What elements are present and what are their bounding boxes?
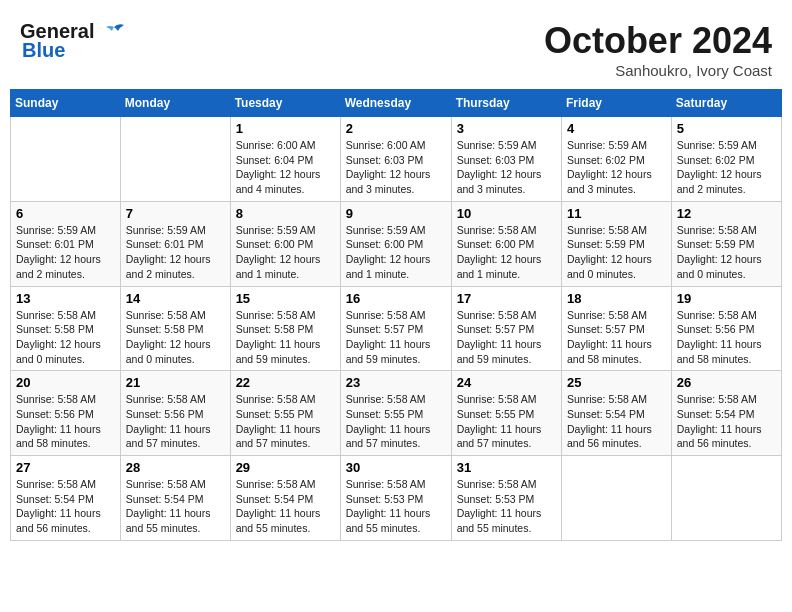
day-detail: Sunrise: 5:58 AM Sunset: 5:55 PM Dayligh… bbox=[346, 392, 446, 451]
col-monday: Monday bbox=[120, 90, 230, 117]
day-number: 18 bbox=[567, 291, 666, 306]
sunset-text: Sunset: 5:58 PM bbox=[126, 322, 225, 337]
sunrise-text: Sunrise: 5:59 AM bbox=[567, 138, 666, 153]
col-sunday: Sunday bbox=[11, 90, 121, 117]
day-number: 1 bbox=[236, 121, 335, 136]
day-detail: Sunrise: 5:59 AM Sunset: 6:03 PM Dayligh… bbox=[457, 138, 556, 197]
day-detail: Sunrise: 5:58 AM Sunset: 5:56 PM Dayligh… bbox=[16, 392, 115, 451]
sunset-text: Sunset: 5:58 PM bbox=[16, 322, 115, 337]
day-number: 7 bbox=[126, 206, 225, 221]
logo: General Blue bbox=[20, 20, 128, 62]
daylight-text: Daylight: 12 hours and 0 minutes. bbox=[567, 252, 666, 281]
day-detail: Sunrise: 5:59 AM Sunset: 6:02 PM Dayligh… bbox=[677, 138, 776, 197]
table-row: 17 Sunrise: 5:58 AM Sunset: 5:57 PM Dayl… bbox=[451, 286, 561, 371]
table-row bbox=[671, 456, 781, 541]
sunrise-text: Sunrise: 6:00 AM bbox=[236, 138, 335, 153]
daylight-text: Daylight: 12 hours and 1 minute. bbox=[346, 252, 446, 281]
table-row: 18 Sunrise: 5:58 AM Sunset: 5:57 PM Dayl… bbox=[562, 286, 672, 371]
daylight-text: Daylight: 11 hours and 57 minutes. bbox=[346, 422, 446, 451]
day-number: 9 bbox=[346, 206, 446, 221]
table-row: 10 Sunrise: 5:58 AM Sunset: 6:00 PM Dayl… bbox=[451, 201, 561, 286]
sunset-text: Sunset: 6:01 PM bbox=[16, 237, 115, 252]
sunrise-text: Sunrise: 5:58 AM bbox=[677, 392, 776, 407]
sunrise-text: Sunrise: 5:59 AM bbox=[236, 223, 335, 238]
sunrise-text: Sunrise: 5:58 AM bbox=[567, 392, 666, 407]
sunset-text: Sunset: 6:03 PM bbox=[346, 153, 446, 168]
daylight-text: Daylight: 12 hours and 0 minutes. bbox=[126, 337, 225, 366]
day-number: 5 bbox=[677, 121, 776, 136]
day-number: 29 bbox=[236, 460, 335, 475]
table-row: 2 Sunrise: 6:00 AM Sunset: 6:03 PM Dayli… bbox=[340, 117, 451, 202]
daylight-text: Daylight: 11 hours and 57 minutes. bbox=[236, 422, 335, 451]
sunrise-text: Sunrise: 6:00 AM bbox=[346, 138, 446, 153]
day-number: 8 bbox=[236, 206, 335, 221]
table-row: 6 Sunrise: 5:59 AM Sunset: 6:01 PM Dayli… bbox=[11, 201, 121, 286]
sunrise-text: Sunrise: 5:58 AM bbox=[16, 392, 115, 407]
calendar-row: 1 Sunrise: 6:00 AM Sunset: 6:04 PM Dayli… bbox=[11, 117, 782, 202]
table-row: 5 Sunrise: 5:59 AM Sunset: 6:02 PM Dayli… bbox=[671, 117, 781, 202]
day-number: 15 bbox=[236, 291, 335, 306]
daylight-text: Daylight: 12 hours and 1 minute. bbox=[457, 252, 556, 281]
day-number: 12 bbox=[677, 206, 776, 221]
day-number: 22 bbox=[236, 375, 335, 390]
daylight-text: Daylight: 11 hours and 55 minutes. bbox=[346, 506, 446, 535]
day-detail: Sunrise: 5:58 AM Sunset: 5:57 PM Dayligh… bbox=[346, 308, 446, 367]
day-detail: Sunrise: 5:58 AM Sunset: 5:53 PM Dayligh… bbox=[457, 477, 556, 536]
col-tuesday: Tuesday bbox=[230, 90, 340, 117]
day-number: 17 bbox=[457, 291, 556, 306]
sunrise-text: Sunrise: 5:59 AM bbox=[126, 223, 225, 238]
daylight-text: Daylight: 11 hours and 56 minutes. bbox=[567, 422, 666, 451]
day-number: 30 bbox=[346, 460, 446, 475]
day-number: 21 bbox=[126, 375, 225, 390]
day-detail: Sunrise: 5:58 AM Sunset: 5:57 PM Dayligh… bbox=[457, 308, 556, 367]
daylight-text: Daylight: 11 hours and 57 minutes. bbox=[126, 422, 225, 451]
logo-bird-icon bbox=[100, 23, 128, 43]
daylight-text: Daylight: 12 hours and 3 minutes. bbox=[457, 167, 556, 196]
sunrise-text: Sunrise: 5:58 AM bbox=[236, 308, 335, 323]
sunrise-text: Sunrise: 5:58 AM bbox=[236, 392, 335, 407]
daylight-text: Daylight: 12 hours and 4 minutes. bbox=[236, 167, 335, 196]
day-detail: Sunrise: 5:59 AM Sunset: 6:02 PM Dayligh… bbox=[567, 138, 666, 197]
col-wednesday: Wednesday bbox=[340, 90, 451, 117]
table-row: 23 Sunrise: 5:58 AM Sunset: 5:55 PM Dayl… bbox=[340, 371, 451, 456]
daylight-text: Daylight: 12 hours and 0 minutes. bbox=[16, 337, 115, 366]
table-row: 29 Sunrise: 5:58 AM Sunset: 5:54 PM Dayl… bbox=[230, 456, 340, 541]
sunrise-text: Sunrise: 5:58 AM bbox=[457, 392, 556, 407]
calendar-row: 27 Sunrise: 5:58 AM Sunset: 5:54 PM Dayl… bbox=[11, 456, 782, 541]
day-detail: Sunrise: 6:00 AM Sunset: 6:03 PM Dayligh… bbox=[346, 138, 446, 197]
day-number: 13 bbox=[16, 291, 115, 306]
sunset-text: Sunset: 5:59 PM bbox=[677, 237, 776, 252]
sunrise-text: Sunrise: 5:59 AM bbox=[346, 223, 446, 238]
table-row: 27 Sunrise: 5:58 AM Sunset: 5:54 PM Dayl… bbox=[11, 456, 121, 541]
table-row bbox=[120, 117, 230, 202]
table-row: 1 Sunrise: 6:00 AM Sunset: 6:04 PM Dayli… bbox=[230, 117, 340, 202]
title-block: October 2024 Sanhoukro, Ivory Coast bbox=[544, 20, 772, 79]
sunset-text: Sunset: 5:53 PM bbox=[346, 492, 446, 507]
sunset-text: Sunset: 5:54 PM bbox=[236, 492, 335, 507]
day-detail: Sunrise: 5:58 AM Sunset: 5:54 PM Dayligh… bbox=[677, 392, 776, 451]
calendar-row: 20 Sunrise: 5:58 AM Sunset: 5:56 PM Dayl… bbox=[11, 371, 782, 456]
day-number: 10 bbox=[457, 206, 556, 221]
day-detail: Sunrise: 5:58 AM Sunset: 5:54 PM Dayligh… bbox=[126, 477, 225, 536]
day-detail: Sunrise: 5:58 AM Sunset: 5:53 PM Dayligh… bbox=[346, 477, 446, 536]
day-number: 31 bbox=[457, 460, 556, 475]
sunrise-text: Sunrise: 5:58 AM bbox=[16, 477, 115, 492]
sunset-text: Sunset: 5:58 PM bbox=[236, 322, 335, 337]
daylight-text: Daylight: 11 hours and 56 minutes. bbox=[677, 422, 776, 451]
daylight-text: Daylight: 12 hours and 3 minutes. bbox=[567, 167, 666, 196]
sunset-text: Sunset: 5:57 PM bbox=[346, 322, 446, 337]
sunset-text: Sunset: 6:00 PM bbox=[236, 237, 335, 252]
day-number: 24 bbox=[457, 375, 556, 390]
table-row: 13 Sunrise: 5:58 AM Sunset: 5:58 PM Dayl… bbox=[11, 286, 121, 371]
sunrise-text: Sunrise: 5:58 AM bbox=[126, 392, 225, 407]
table-row: 19 Sunrise: 5:58 AM Sunset: 5:56 PM Dayl… bbox=[671, 286, 781, 371]
day-detail: Sunrise: 5:58 AM Sunset: 5:54 PM Dayligh… bbox=[16, 477, 115, 536]
table-row: 8 Sunrise: 5:59 AM Sunset: 6:00 PM Dayli… bbox=[230, 201, 340, 286]
sunrise-text: Sunrise: 5:58 AM bbox=[236, 477, 335, 492]
sunset-text: Sunset: 5:54 PM bbox=[126, 492, 225, 507]
table-row: 28 Sunrise: 5:58 AM Sunset: 5:54 PM Dayl… bbox=[120, 456, 230, 541]
sunrise-text: Sunrise: 5:58 AM bbox=[346, 392, 446, 407]
sunrise-text: Sunrise: 5:58 AM bbox=[457, 308, 556, 323]
calendar-table: Sunday Monday Tuesday Wednesday Thursday… bbox=[10, 89, 782, 541]
calendar-row: 6 Sunrise: 5:59 AM Sunset: 6:01 PM Dayli… bbox=[11, 201, 782, 286]
